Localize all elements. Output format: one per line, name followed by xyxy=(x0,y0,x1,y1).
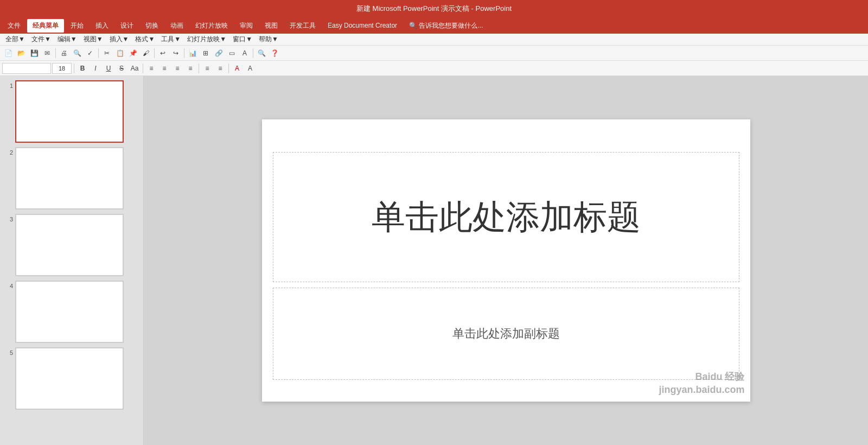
sep2 xyxy=(98,48,99,58)
font-size-inc-btn[interactable]: Aa xyxy=(129,62,141,74)
slide-canvas[interactable]: 单击此处添加标题 单击此处添加副标题 Baidu 经验 jingyan.baid… xyxy=(262,119,750,402)
toolbar-formatting: 18 B I U S Aa ≡ ≡ ≡ ≡ ≡ ≡ A A xyxy=(0,61,868,76)
save-btn[interactable]: 💾 xyxy=(28,47,40,59)
slide-panel[interactable]: 1 2 3 4 5 xyxy=(0,76,144,445)
textbox-btn[interactable]: ▭ xyxy=(226,47,238,59)
copy-btn[interactable]: 📋 xyxy=(114,47,126,59)
sep1 xyxy=(55,48,56,58)
email-btn[interactable]: ✉ xyxy=(41,47,53,59)
title-placeholder[interactable]: 单击此处添加标题 xyxy=(273,152,739,282)
help-btn[interactable]: ❓ xyxy=(269,47,280,59)
wordart-btn[interactable]: A xyxy=(239,47,251,59)
classic-insert[interactable]: 插入▼ xyxy=(106,34,132,45)
font-name-input[interactable] xyxy=(2,63,51,74)
sep3 xyxy=(154,48,155,58)
menu-home[interactable]: 开始 xyxy=(65,19,89,33)
classic-tools[interactable]: 工具▼ xyxy=(158,34,184,45)
underline-btn[interactable]: U xyxy=(103,62,114,74)
menu-animations[interactable]: 动画 xyxy=(165,19,189,33)
menu-search[interactable]: 🔍 告诉我您想要做什么... xyxy=(404,19,488,33)
open-btn[interactable]: 📂 xyxy=(15,47,27,59)
hyperlink-btn[interactable]: 🔗 xyxy=(213,47,225,59)
classic-format[interactable]: 格式▼ xyxy=(132,34,158,45)
justify-btn[interactable]: ≡ xyxy=(184,62,196,74)
slide-thumb-5[interactable] xyxy=(15,347,124,410)
slide-number-1: 1 xyxy=(4,80,13,89)
redo-btn[interactable]: ↪ xyxy=(170,47,182,59)
sep-f4 xyxy=(228,63,229,73)
align-left-btn[interactable]: ≡ xyxy=(145,62,157,74)
slide-item-3[interactable]: 3 xyxy=(4,214,139,276)
menu-transitions[interactable]: 切换 xyxy=(140,19,164,33)
highlight-btn[interactable]: A xyxy=(244,62,256,74)
bullets-btn[interactable]: ≡ xyxy=(214,62,226,74)
slide-item-1[interactable]: 1 xyxy=(4,80,139,143)
slide-item-5[interactable]: 5 xyxy=(4,347,139,410)
menu-slideshow[interactable]: 幻灯片放映 xyxy=(190,19,233,33)
classic-slideshow[interactable]: 幻灯片放映▼ xyxy=(184,34,229,45)
font-size-input[interactable]: 18 xyxy=(52,63,72,74)
classic-window[interactable]: 窗口▼ xyxy=(229,34,256,45)
watermark-line2: jingyan.baidu.com xyxy=(659,384,744,396)
menu-view[interactable]: 视图 xyxy=(259,19,283,33)
font-color-btn[interactable]: A xyxy=(231,62,243,74)
title-placeholder-text[interactable]: 单击此处添加标题 xyxy=(372,194,641,240)
undo-btn[interactable]: ↩ xyxy=(157,47,169,59)
align-right-btn[interactable]: ≡ xyxy=(171,62,183,74)
chart-btn[interactable]: 📊 xyxy=(187,47,199,59)
slide-number-5: 5 xyxy=(4,347,13,356)
print-preview-btn[interactable]: 🔍 xyxy=(71,47,83,59)
slide-thumb-4[interactable] xyxy=(15,281,124,343)
new-btn[interactable]: 📄 xyxy=(2,47,14,59)
sep-f1 xyxy=(74,63,74,73)
menu-easy-doc[interactable]: Easy Document Creator xyxy=(322,20,403,31)
sep-f2 xyxy=(143,63,143,73)
align-center-btn[interactable]: ≡ xyxy=(158,62,170,74)
sep4 xyxy=(184,48,184,58)
menu-insert[interactable]: 插入 xyxy=(90,19,114,33)
paste-btn[interactable]: 📌 xyxy=(127,47,139,59)
menu-file[interactable]: 文件 xyxy=(2,19,26,33)
slide-item-4[interactable]: 4 xyxy=(4,281,139,343)
ribbon-menu-bar: 文件 经典菜单 开始 插入 设计 切换 动画 幻灯片放映 审阅 视图 开发工具 … xyxy=(0,17,868,34)
slide-item-2[interactable]: 2 xyxy=(4,147,139,209)
subtitle-placeholder-text[interactable]: 单击此处添加副标题 xyxy=(452,326,560,342)
title-bar: 新建 Microsoft PowerPoint 演示文稿 - PowerPoin… xyxy=(0,0,868,17)
classic-help[interactable]: 帮助▼ xyxy=(256,34,282,45)
main-area: 1 2 3 4 5 单击此处添加标题 xyxy=(0,76,868,445)
zoom-btn[interactable]: 🔍 xyxy=(256,47,267,59)
table-btn[interactable]: ⊞ xyxy=(200,47,212,59)
title-text: 新建 Microsoft PowerPoint 演示文稿 - PowerPoin… xyxy=(356,4,512,14)
toolbar-standard: 📄 📂 💾 ✉ 🖨 🔍 ✓ ✂ 📋 📌 🖌 ↩ ↪ 📊 ⊞ 🔗 ▭ A 🔍 ❓ xyxy=(0,46,868,61)
classic-edit[interactable]: 编辑▼ xyxy=(54,34,80,45)
sep-f3 xyxy=(199,63,199,73)
classic-menu-bar: 全部▼ 文件▼ 编辑▼ 视图▼ 插入▼ 格式▼ 工具▼ 幻灯片放映▼ 窗口▼ 帮… xyxy=(0,34,868,46)
classic-all[interactable]: 全部▼ xyxy=(2,34,28,45)
subtitle-placeholder[interactable]: 单击此处添加副标题 xyxy=(273,288,739,380)
slide-number-4: 4 xyxy=(4,281,13,289)
bold-btn[interactable]: B xyxy=(76,62,88,74)
cut-btn[interactable]: ✂ xyxy=(101,47,113,59)
classic-file[interactable]: 文件▼ xyxy=(28,34,54,45)
strikethrough-btn[interactable]: S xyxy=(116,62,127,74)
slide-thumb-2[interactable] xyxy=(15,147,124,209)
menu-review[interactable]: 审阅 xyxy=(234,19,258,33)
slide-number-2: 2 xyxy=(4,147,13,156)
slide-thumb-3[interactable] xyxy=(15,214,124,276)
spell-btn[interactable]: ✓ xyxy=(84,47,96,59)
menu-design[interactable]: 设计 xyxy=(115,19,139,33)
slide-number-3: 3 xyxy=(4,214,13,223)
menu-developer[interactable]: 开发工具 xyxy=(284,19,321,33)
menu-classic[interactable]: 经典菜单 xyxy=(27,19,64,33)
numbering-btn[interactable]: ≡ xyxy=(201,62,213,74)
format-painter-btn[interactable]: 🖌 xyxy=(140,47,152,59)
italic-btn[interactable]: I xyxy=(90,62,101,74)
classic-view[interactable]: 视图▼ xyxy=(80,34,106,45)
sep5 xyxy=(253,48,253,58)
slide-thumb-1[interactable] xyxy=(15,80,124,143)
canvas-area: 单击此处添加标题 单击此处添加副标题 Baidu 经验 jingyan.baid… xyxy=(144,76,868,445)
print-btn[interactable]: 🖨 xyxy=(58,47,70,59)
